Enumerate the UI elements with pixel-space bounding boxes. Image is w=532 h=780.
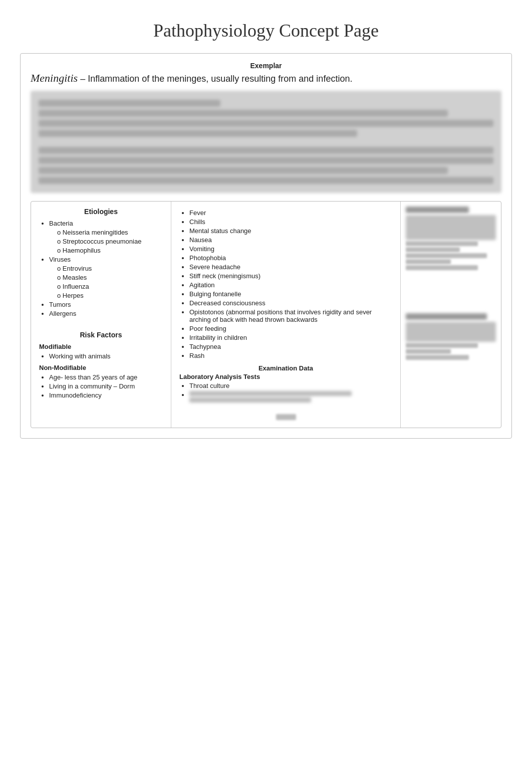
symptom-fever: Fever	[189, 209, 392, 217]
immunodeficiency-item: Immunodeficiency	[49, 392, 163, 399]
bacteria-sub-item: Neisseria meningitides	[57, 229, 163, 236]
exemplar-label: Exemplar	[31, 62, 501, 70]
symptoms-list: Fever Chills Mental status change Nausea…	[179, 209, 392, 359]
viruses-sublist: Entrovirus Measles Influenza Herpes	[49, 265, 163, 299]
virus-sub-item: Entrovirus	[57, 265, 163, 272]
symptom-nausea: Nausea	[189, 236, 392, 244]
page-title: Pathophysiology Concept Page	[20, 20, 512, 41]
symptom-bulging-fontanelle: Bulging fontanelle	[189, 290, 392, 298]
viruses-item: Viruses Entrovirus Measles Influenza Her…	[49, 256, 163, 299]
symptom-severe-headache: Severe headache	[189, 263, 392, 271]
more-tests	[189, 391, 392, 403]
virus-sub-item: Measles	[57, 274, 163, 281]
symptom-rash: Rash	[189, 352, 392, 359]
bacteria-sub-item: Haemophilus	[57, 247, 163, 254]
lab-tests-list: Throat culture	[179, 382, 392, 403]
symptom-agitation: Agitation	[189, 281, 392, 289]
bacteria-sublist: Neisseria meningitides Streptococcus pne…	[49, 229, 163, 254]
symptom-mental-status: Mental status change	[189, 227, 392, 235]
exemplar-term: Meningitis	[31, 72, 78, 84]
definition-line: Meningitis – Inflammation of the meninge…	[31, 72, 501, 85]
non-modifiable-label: Non-Modifiable	[39, 364, 163, 371]
symptom-chills: Chills	[189, 218, 392, 226]
symptom-decreased-consciousness: Decreased consciousness	[189, 299, 392, 307]
tumors-item: Tumors	[49, 301, 163, 308]
symptom-stiff-neck: Stiff neck (meningismus)	[189, 272, 392, 280]
allergens-item: Allergens	[49, 310, 163, 317]
middle-column: Fever Chills Mental status change Nausea…	[171, 202, 401, 428]
age-item: Age- less than 25 years of age	[49, 373, 163, 381]
symptom-photophobia: Photophobia	[189, 254, 392, 262]
modifiable-label: Modifiable	[39, 343, 163, 350]
examination-section: Examination Data Laboratory Analysis Tes…	[179, 364, 392, 422]
etiologies-list: Bacteria Neisseria meningitides Streptoc…	[39, 220, 163, 317]
exemplar-box: Exemplar Meningitis – Inflammation of th…	[20, 53, 512, 439]
non-modifiable-list: Age- less than 25 years of age Living in…	[39, 373, 163, 399]
bacteria-item: Bacteria Neisseria meningitides Streptoc…	[49, 220, 163, 254]
community-item: Living in a community – Dorm	[49, 382, 163, 390]
modifiable-list: Working with animals	[39, 352, 163, 360]
left-column: Etiologies Bacteria Neisseria meningitid…	[31, 202, 171, 428]
lab-title: Laboratory Analysis Tests	[179, 373, 392, 380]
etiologies-title: Etiologies	[39, 208, 163, 216]
blurred-pathophysiology	[31, 91, 501, 193]
throat-culture: Throat culture	[189, 382, 392, 389]
exemplar-definition: – Inflammation of the meninges, usually …	[80, 74, 352, 84]
symptom-vomiting: Vomiting	[189, 245, 392, 253]
virus-sub-item: Influenza	[57, 283, 163, 290]
virus-sub-item: Herpes	[57, 292, 163, 299]
bacteria-sub-item: Streptococcus pneumoniae	[57, 238, 163, 245]
risk-factors-title: Risk Factors	[39, 331, 163, 339]
right-column	[401, 202, 501, 428]
symptom-irritability: Irritability in children	[189, 334, 392, 341]
examination-title: Examination Data	[179, 364, 392, 372]
main-content-grid: Etiologies Bacteria Neisseria meningitid…	[31, 201, 501, 428]
symptom-opistotonos: Opistotonos (abnormal positions that inv…	[189, 308, 392, 323]
symptom-tachypnea: Tachypnea	[189, 343, 392, 350]
working-with-animals: Working with animals	[49, 352, 163, 360]
symptom-poor-feeding: Poor feeding	[189, 325, 392, 332]
